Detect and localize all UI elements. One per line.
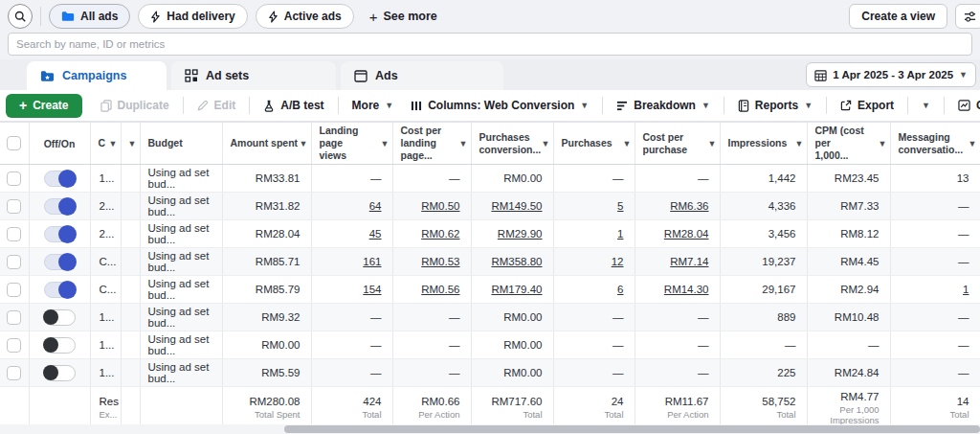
column-header-metric-7[interactable]: CPM (cost per 1,000...▼ (807, 123, 890, 165)
metric-value-link[interactable]: 154 (363, 284, 381, 295)
horizontal-scrollbar[interactable] (0, 424, 980, 434)
campaign-toggle[interactable] (44, 254, 76, 270)
chevron-down-icon[interactable]: ▼ (708, 139, 717, 148)
chevron-down-icon[interactable]: ▼ (623, 139, 632, 148)
metric-value-link[interactable]: RM14.30 (664, 284, 709, 295)
column-header-metric-1[interactable]: Landing page views▼ (311, 123, 392, 165)
chevron-down-icon[interactable]: ▼ (542, 139, 550, 148)
create-a-view-button[interactable]: Create a view (849, 4, 947, 29)
metric-value-link[interactable]: RM179.40 (491, 284, 542, 295)
metric-value-link[interactable]: RM29.90 (498, 228, 543, 240)
metric-value-link[interactable]: 1 (617, 228, 623, 240)
column-header-metric-3[interactable]: Purchases conversion...▼ (471, 123, 553, 165)
chevron-down-icon[interactable]: ▼ (300, 139, 308, 148)
toggle-knob (58, 281, 77, 299)
metric-value-link[interactable]: 45 (369, 228, 382, 240)
more-button[interactable]: More ▼ (344, 94, 403, 118)
row-checkbox[interactable] (7, 199, 21, 214)
totals-label-cell: ResEx... (90, 387, 121, 429)
tab-campaigns[interactable]: Campaigns (27, 61, 167, 90)
edit-button[interactable]: Edit (189, 94, 245, 118)
chevron-down-icon[interactable]: ▼ (128, 139, 137, 148)
row-checkbox[interactable] (7, 338, 21, 353)
search-input[interactable] (8, 33, 972, 56)
metric-value-link[interactable]: 1 (963, 284, 969, 295)
duplicate-button[interactable]: Duplicate (92, 94, 178, 118)
campaign-toggle[interactable] (44, 309, 76, 326)
select-all-checkbox[interactable] (7, 136, 21, 150)
campaign-toggle[interactable] (44, 365, 76, 381)
row-checkbox[interactable] (7, 310, 21, 325)
metric-value-link[interactable]: RM6.36 (670, 200, 708, 212)
create-button[interactable]: + Create (6, 94, 82, 118)
column-header-collapsed[interactable]: ▼ (121, 123, 140, 165)
export-button[interactable]: Export (832, 94, 902, 118)
metric-value-link[interactable]: RM0.62 (421, 228, 459, 240)
metric-value: — (868, 339, 880, 351)
metric-value-link[interactable]: RM0.50 (421, 200, 459, 212)
row-checkbox[interactable] (7, 283, 21, 297)
campaign-toggle[interactable] (44, 198, 76, 215)
metric-value-link[interactable]: 5 (617, 200, 623, 212)
row-checkbox[interactable] (7, 366, 21, 380)
metric-value-link[interactable]: RM28.04 (664, 228, 709, 240)
charts-button[interactable]: Charts (949, 94, 980, 118)
campaign-name-cell[interactable]: 2... (90, 193, 121, 220)
row-checkbox[interactable] (7, 255, 21, 269)
collapsed-cell (121, 193, 140, 220)
column-header-name[interactable]: C▼ (90, 123, 121, 165)
chevron-down-icon[interactable]: ▼ (459, 139, 468, 148)
chevron-down-icon[interactable]: ▼ (795, 139, 804, 148)
chevron-down-icon[interactable]: ▼ (109, 139, 118, 148)
column-header-metric-8[interactable]: Messaging conversatio...▼ (890, 123, 980, 165)
breakdown-button[interactable]: Breakdown ▼ (608, 94, 719, 118)
metric-value-link[interactable]: 6 (617, 284, 623, 295)
metric-cell: RM4.45 (807, 248, 890, 276)
metric-value-link[interactable]: 12 (612, 256, 624, 267)
see-more-button[interactable]: + See more (362, 9, 445, 25)
campaign-name-cell[interactable]: 1... (90, 359, 121, 387)
scrollbar-thumb[interactable] (284, 425, 980, 433)
column-header-metric-4[interactable]: Purchases▼ (553, 123, 635, 165)
metric-value-link[interactable]: RM149.50 (491, 200, 542, 212)
campaign-toggle[interactable] (44, 337, 76, 354)
column-header-metric-6[interactable]: Impressions▼ (720, 123, 807, 165)
metric-value-link[interactable]: 161 (363, 256, 381, 267)
campaign-name-cell[interactable]: 2... (90, 220, 121, 248)
column-header-metric-0[interactable]: Amount spent▼ (222, 123, 311, 165)
campaign-name-cell[interactable]: C... (90, 248, 121, 276)
totals-toggle-cell (29, 387, 90, 429)
filter-pill-active-ads[interactable]: Active ads (256, 4, 354, 29)
tab-ads[interactable]: Ads (341, 61, 503, 90)
campaign-name-cell[interactable]: 1... (90, 331, 121, 359)
metric-value-link[interactable]: RM0.53 (421, 256, 459, 267)
search-icon[interactable] (8, 4, 33, 29)
campaign-toggle[interactable] (44, 226, 76, 242)
campaign-name-cell[interactable]: 1... (90, 304, 121, 331)
campaign-name-cell[interactable]: 1... (90, 165, 121, 193)
metric-value-link[interactable]: 64 (369, 200, 382, 212)
chevron-down-icon[interactable]: ▼ (381, 139, 390, 148)
metric-cell: 1 (890, 276, 980, 304)
campaign-name-cell[interactable]: C... (90, 276, 121, 304)
chevron-down-icon[interactable]: ▼ (969, 139, 977, 148)
filter-pill-all-ads[interactable]: All ads (49, 4, 130, 29)
metric-value-link[interactable]: RM7.14 (670, 256, 708, 267)
filter-pill-had-delivery[interactable]: Had delivery (138, 4, 247, 29)
tab-ad-sets[interactable]: Ad sets (171, 61, 336, 90)
chevron-down-icon[interactable]: ▼ (879, 139, 887, 148)
row-checkbox[interactable] (7, 227, 21, 241)
campaign-toggle[interactable] (44, 282, 76, 298)
reports-button[interactable]: Reports ▼ (729, 94, 821, 118)
date-range-picker[interactable]: 1 Apr 2025 - 3 Apr 2025 ▼ (806, 62, 976, 87)
campaign-toggle[interactable] (44, 171, 76, 187)
row-checkbox[interactable] (7, 171, 21, 186)
metric-value-link[interactable]: RM0.56 (421, 284, 459, 295)
column-header-metric-2[interactable]: Cost per landing page...▼ (392, 123, 471, 165)
columns-button[interactable]: Columns: Web Conversion ▼ (402, 94, 597, 118)
metric-value-link[interactable]: RM358.80 (491, 256, 542, 267)
view-settings-button[interactable] (955, 4, 980, 29)
export-options-button[interactable]: ▼ (913, 94, 939, 118)
ab-test-button[interactable]: A/B test (255, 94, 332, 118)
column-header-metric-5[interactable]: Cost per purchase▼ (635, 123, 720, 165)
